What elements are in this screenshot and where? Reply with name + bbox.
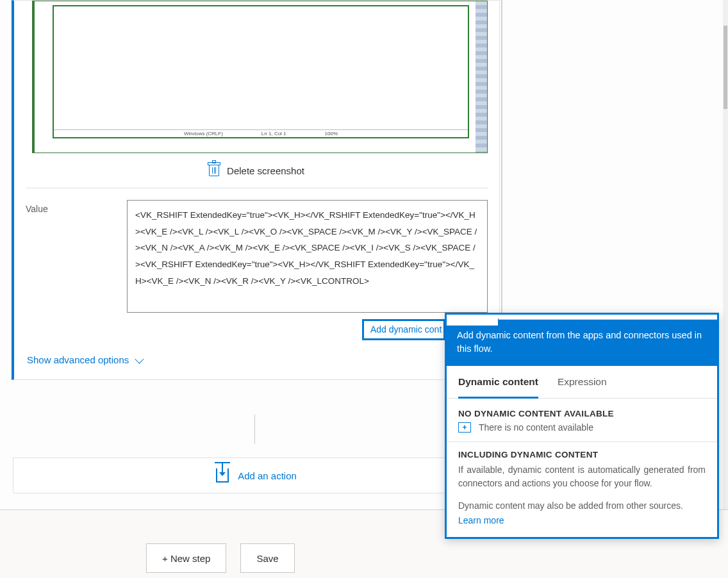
- status-right: 100%: [325, 131, 338, 136]
- save-label: Save: [256, 553, 278, 564]
- add-dynamic-content-label: Add dynamic cont: [370, 324, 442, 334]
- learn-more-link[interactable]: Learn more: [458, 515, 504, 525]
- screenshot-sidebar: [476, 1, 487, 153]
- insert-action-icon: [216, 468, 229, 483]
- flyout-tabs: Dynamic content Expression: [447, 366, 717, 399]
- including-extra-text: Dynamic content may also be added from o…: [458, 499, 706, 513]
- screenshot-statusbar: Windows (CRLF) Ln 1, Col 1 100%: [54, 129, 468, 137]
- add-action-label: Add an action: [238, 470, 297, 481]
- save-button[interactable]: Save: [240, 543, 294, 573]
- tab-expression[interactable]: Expression: [558, 376, 607, 398]
- including-text: If available, dynamic content is automat…: [458, 463, 706, 490]
- learn-more-label: Learn more: [458, 515, 504, 525]
- value-row: Value <VK_RSHIFT ExtendedKey="true"><VK_…: [14, 188, 499, 313]
- no-dynamic-row: + There is no content available: [458, 422, 706, 433]
- delete-screenshot-label: Delete screenshot: [227, 165, 304, 176]
- tab-dynamic-content[interactable]: Dynamic content: [458, 376, 538, 399]
- flyout-callout-connector: [446, 318, 499, 326]
- flyout-body: NO DYNAMIC CONTENT AVAILABLE + There is …: [447, 399, 717, 537]
- screenshot-inner: Windows (CRLF) Ln 1, Col 1 100%: [53, 5, 469, 138]
- tab-dynamic-label: Dynamic content: [458, 376, 538, 387]
- page-scrollbar[interactable]: [723, 0, 728, 578]
- no-dynamic-text: There is no content available: [479, 422, 593, 433]
- screenshot-preview[interactable]: Windows (CRLF) Ln 1, Col 1 100%: [32, 1, 488, 153]
- value-label: Value: [26, 200, 115, 313]
- including-title: INCLUDING DYNAMIC CONTENT: [458, 450, 706, 459]
- add-dynamic-content-link[interactable]: Add dynamic cont: [362, 319, 445, 340]
- add-value-icon: +: [458, 422, 471, 433]
- delete-screenshot-button[interactable]: Delete screenshot: [14, 153, 499, 188]
- tab-expression-label: Expression: [558, 376, 607, 387]
- value-input[interactable]: <VK_RSHIFT ExtendedKey="true"><VK_H></VK…: [127, 200, 488, 313]
- flyout-header: Add dynamic content from the apps and co…: [447, 320, 717, 366]
- show-advanced-options[interactable]: Show advanced options: [14, 338, 499, 379]
- connector-line: [254, 415, 255, 444]
- no-dynamic-title: NO DYNAMIC CONTENT AVAILABLE: [458, 409, 706, 418]
- add-action-button[interactable]: Add an action: [13, 458, 500, 493]
- value-text: <VK_RSHIFT ExtendedKey="true"><VK_H></VK…: [135, 210, 477, 286]
- flyout-separator: [447, 442, 717, 442]
- scrollbar-thumb[interactable]: [724, 26, 727, 109]
- flyout-header-text: Add dynamic content from the apps and co…: [457, 330, 702, 354]
- chevron-down-icon: [135, 354, 144, 363]
- dynamic-content-flyout: Add dynamic content from the apps and co…: [445, 313, 719, 539]
- trash-icon: [209, 165, 219, 176]
- new-step-label: + New step: [162, 553, 210, 564]
- status-mid: Ln 1, Col 1: [261, 131, 286, 136]
- status-left: Windows (CRLF): [184, 131, 223, 136]
- new-step-button[interactable]: + New step: [146, 543, 226, 573]
- show-advanced-label: Show advanced options: [27, 354, 129, 365]
